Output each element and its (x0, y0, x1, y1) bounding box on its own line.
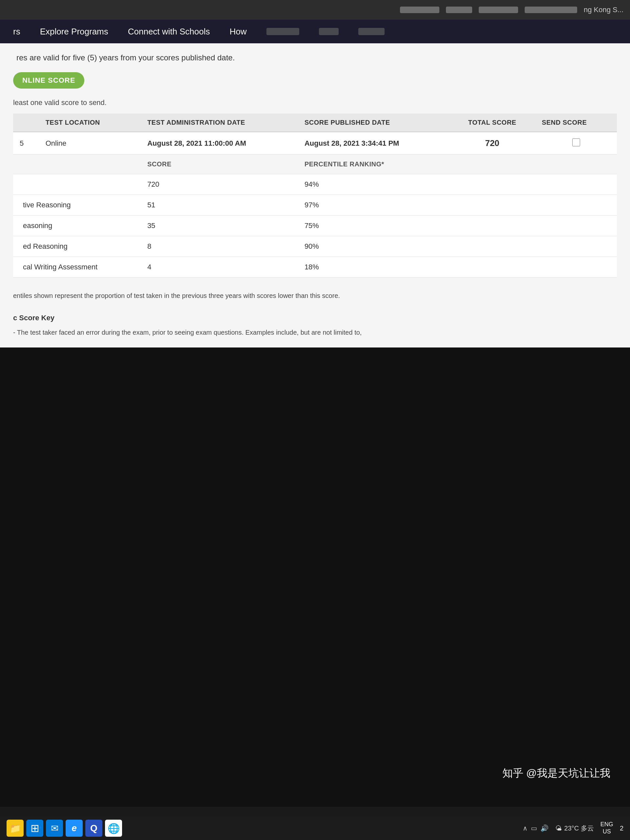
validity-note: res are valid for five (5) years from yo… (13, 53, 617, 62)
taskbar-icon-qbittorrent[interactable]: Q (85, 819, 103, 837)
taskbar: 📁 ⊞ ✉ e Q 🌐 ∧ ▭ 🔊 🌤 23°C 多云 ENG US 2 (0, 816, 630, 840)
tray-screen-icon: ▭ (531, 824, 537, 832)
td-location: Online (39, 132, 141, 155)
browser-top-bar: ng Kong S... (0, 0, 630, 20)
td-published-date: August 28, 2021 3:34:41 PM (298, 132, 449, 155)
black-area: 知乎 @我是天坑让让我 (0, 347, 630, 807)
time-display: 2 (620, 824, 624, 832)
sub-td-empty (13, 155, 141, 174)
taskbar-icon-ie[interactable]: e (66, 819, 83, 837)
score-key-note: - The test taker faced an error during t… (13, 327, 617, 338)
td-total-score: 720 (449, 132, 535, 155)
folder-icon: 📁 (9, 823, 21, 834)
td-awa-score: 4 (141, 257, 298, 278)
table-row-awa: cal Writing Assessment 4 18% (13, 257, 617, 278)
blurred-tab4 (525, 6, 577, 13)
score-table: TEST LOCATION TEST ADMINISTRATION DATE S… (13, 114, 617, 278)
send-score-checkbox[interactable] (572, 139, 580, 146)
sub-th-percentile: PERCENTILE RANKING* (298, 155, 617, 174)
th-admin-date: TEST ADMINISTRATION DATE (141, 114, 298, 132)
score-key-title: c Score Key (13, 314, 617, 322)
weather-icon: 🌤 (555, 824, 562, 832)
taskbar-right: ∧ ▭ 🔊 🌤 23°C 多云 ENG US 2 (523, 821, 624, 835)
taskbar-icon-mail[interactable]: ✉ (46, 819, 63, 837)
ie-icon: e (71, 823, 77, 834)
browser-site-label: ng Kong S... (584, 6, 624, 14)
chrome-icon: 🌐 (107, 823, 120, 834)
td-id: 5 (13, 132, 39, 155)
blurred-tab3 (479, 6, 518, 13)
th-total-score: TOTAL SCORE (449, 114, 535, 132)
footer-percentile-note: entiles shown represent the proportion o… (13, 287, 617, 304)
th-test-location: TEST LOCATION (39, 114, 141, 132)
td-quant-percentile: 97% (298, 195, 617, 216)
sub-score-header-row: SCORE PERCENTILE RANKING* (13, 155, 617, 174)
td-admin-date: August 28, 2021 11:00:00 AM (141, 132, 298, 155)
taskbar-icon-windows[interactable]: ⊞ (26, 819, 43, 837)
nav-item-explore[interactable]: Explore Programs (40, 27, 108, 37)
windows-icon: ⊞ (30, 822, 39, 834)
blurred-tab1 (400, 6, 439, 13)
online-score-button[interactable]: NLINE SCORE (13, 72, 84, 88)
table-row-verbal: easoning 35 75% (13, 216, 617, 236)
watermark: 知乎 @我是天坑让让我 (502, 766, 610, 781)
td-verbal-label: easoning (13, 216, 141, 236)
td-send-score[interactable] (535, 132, 617, 155)
weather-display: 🌤 23°C 多云 (555, 824, 594, 833)
th-id (13, 114, 39, 132)
nav-item-how[interactable]: How (230, 27, 247, 37)
blurred-tab2 (446, 6, 472, 13)
tray-expand-icon[interactable]: ∧ (523, 824, 527, 832)
td-total-score-val: 720 (141, 174, 298, 195)
table-row-quantitative: tive Reasoning 51 97% (13, 195, 617, 216)
td-awa-label: cal Writing Assessment (13, 257, 141, 278)
taskbar-icon-chrome[interactable]: 🌐 (105, 819, 122, 837)
mail-icon: ✉ (51, 823, 58, 834)
td-awa-percentile: 18% (298, 257, 617, 278)
td-total-percentile: 94% (298, 174, 617, 195)
navigation-bar: rs Explore Programs Connect with Schools… (0, 20, 630, 43)
td-ir-score: 8 (141, 236, 298, 257)
system-tray: ∧ ▭ 🔊 (523, 824, 549, 832)
th-published-date: SCORE PUBLISHED DATE (298, 114, 449, 132)
td-verbal-percentile: 75% (298, 216, 617, 236)
browser-top-right: ng Kong S... (400, 6, 624, 14)
th-send-score: SEND SCORE (535, 114, 617, 132)
table-row-integrated: ed Reasoning 8 90% (13, 236, 617, 257)
nav-item-connect[interactable]: Connect with Schools (128, 27, 210, 37)
select-note: least one valid score to send. (13, 98, 617, 107)
nav-item-rs[interactable]: rs (13, 27, 21, 37)
weather-text: 23°C 多云 (564, 824, 594, 833)
nav-blurred-1 (267, 28, 299, 35)
language-display[interactable]: ENG US (600, 821, 613, 835)
td-verbal-score: 35 (141, 216, 298, 236)
td-ir-label: ed Reasoning (13, 236, 141, 257)
sub-th-score: SCORE (141, 155, 298, 174)
td-quant-label: tive Reasoning (13, 195, 141, 216)
td-total-label (13, 174, 141, 195)
table-header-row: TEST LOCATION TEST ADMINISTRATION DATE S… (13, 114, 617, 132)
taskbar-icon-folder[interactable]: 📁 (6, 819, 24, 837)
qbittorrent-icon: Q (90, 823, 98, 834)
nav-blurred-3 (358, 28, 385, 35)
nav-blurred-2 (319, 28, 339, 35)
td-ir-percentile: 90% (298, 236, 617, 257)
table-row-total: 720 94% (13, 174, 617, 195)
tray-volume-icon[interactable]: 🔊 (540, 824, 549, 832)
main-content: res are valid for five (5) years from yo… (0, 43, 630, 347)
td-quant-score: 51 (141, 195, 298, 216)
table-row-main: 5 Online August 28, 2021 11:00:00 AM Aug… (13, 132, 617, 155)
